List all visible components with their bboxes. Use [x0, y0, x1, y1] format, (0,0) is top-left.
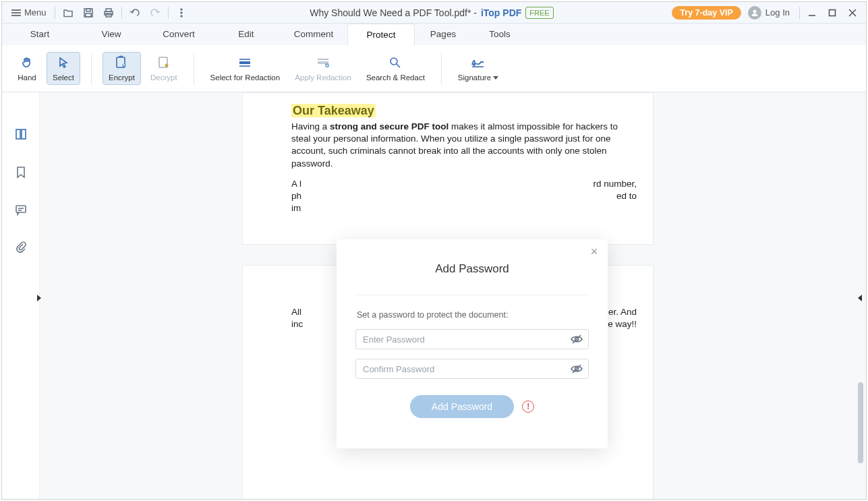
login-label: Log In — [765, 7, 790, 18]
filename: Why Should We Need a PDF Tool.pdf* - — [310, 7, 477, 18]
open-file-icon[interactable] — [58, 4, 78, 22]
chevron-down-icon — [493, 76, 498, 80]
hand-tool-button[interactable]: Hand — [11, 53, 42, 84]
svg-rect-5 — [86, 13, 91, 17]
encrypt-label: Encrypt — [109, 73, 135, 82]
side-rail — [2, 92, 40, 499]
decrypt-icon — [156, 55, 171, 70]
avatar-icon — [748, 6, 761, 20]
search-redact-button[interactable]: Search & Redact — [361, 53, 430, 84]
thumbnails-icon[interactable] — [11, 125, 30, 144]
add-password-button[interactable]: Add Password — [410, 395, 514, 418]
bookmark-icon[interactable] — [11, 163, 30, 181]
doc-paragraph-1: Having a strong and secure PDF tool make… — [291, 121, 637, 170]
encrypt-button[interactable]: Encrypt — [103, 52, 141, 85]
dialog-instruction: Set a password to protect the document: — [357, 310, 589, 320]
svg-point-10 — [181, 12, 182, 13]
redo-icon — [145, 4, 165, 22]
search-redact-label: Search & Redact — [366, 73, 425, 82]
svg-point-11 — [181, 16, 182, 17]
maximize-button[interactable] — [823, 5, 842, 21]
svg-rect-14 — [830, 9, 836, 16]
hand-icon — [20, 55, 34, 70]
tab-tools[interactable]: Tools — [471, 24, 528, 45]
password-input[interactable] — [355, 329, 589, 349]
svg-rect-33 — [16, 206, 26, 212]
ribbon-protect: Hand Select Encrypt Decrypt Select for R… — [2, 45, 866, 92]
warning-icon: ! — [522, 401, 534, 413]
tab-protect[interactable]: Protect — [347, 24, 415, 46]
scrollbar[interactable] — [857, 92, 865, 499]
main-tabs: Start View Convert Edit Comment Protect … — [2, 24, 866, 45]
doc-paragraph-2: A l rd number, ph ed to im — [291, 178, 637, 215]
svg-rect-32 — [22, 129, 26, 139]
tab-start[interactable]: Start — [2, 24, 78, 45]
confirm-password-input[interactable] — [355, 359, 589, 379]
svg-rect-19 — [123, 65, 125, 66]
svg-point-21 — [165, 64, 168, 67]
search-icon — [388, 55, 402, 70]
toggle-visibility-icon[interactable] — [569, 331, 585, 347]
more-icon[interactable] — [171, 4, 192, 22]
decrypt-label: Decrypt — [150, 73, 177, 82]
select-for-redaction-button[interactable]: Select for Redaction — [205, 53, 286, 84]
signature-button[interactable]: Signature — [453, 53, 504, 84]
tab-comment[interactable]: Comment — [280, 24, 347, 45]
save-icon[interactable] — [78, 4, 98, 22]
select-label: Select — [53, 73, 74, 82]
minimize-button[interactable] — [803, 5, 821, 21]
doc-heading: Our Takeaway — [291, 104, 376, 117]
select-redaction-label: Select for Redaction — [210, 73, 281, 82]
vip-button[interactable]: Try 7-day VIP — [672, 6, 741, 20]
workspace: Our Takeaway Having a strong and secure … — [2, 92, 866, 499]
svg-point-9 — [181, 9, 182, 10]
scrollbar-thumb[interactable] — [858, 382, 863, 463]
svg-rect-31 — [16, 129, 20, 139]
menu-label: Menu — [24, 7, 47, 18]
window-title: Why Should We Need a PDF Tool.pdf* - iTo… — [192, 7, 672, 19]
tab-convert[interactable]: Convert — [145, 24, 212, 45]
svg-rect-23 — [239, 61, 250, 64]
app-name: iTop PDF — [481, 7, 521, 18]
add-password-dialog: × Add Password Set a password to protect… — [337, 239, 608, 448]
undo-icon[interactable] — [125, 4, 145, 22]
comments-icon[interactable] — [11, 200, 30, 219]
apply-redaction-label: Apply Redaction — [295, 73, 351, 82]
toggle-visibility-icon[interactable] — [569, 361, 585, 377]
titlebar: Menu Why Should We — [2, 2, 866, 24]
select-tool-button[interactable]: Select — [47, 52, 80, 85]
decrypt-button: Decrypt — [145, 53, 183, 84]
apply-redaction-button: Apply Redaction — [289, 53, 357, 84]
dialog-title: Add Password — [337, 262, 608, 276]
attachment-icon[interactable] — [11, 238, 30, 257]
encrypt-icon — [114, 55, 129, 70]
tab-edit[interactable]: Edit — [212, 24, 280, 45]
free-badge: FREE — [525, 7, 553, 19]
svg-point-28 — [390, 58, 397, 65]
svg-rect-4 — [86, 9, 90, 11]
signature-label: Signature — [458, 73, 498, 82]
hand-label: Hand — [18, 73, 36, 82]
close-button[interactable] — [843, 5, 862, 21]
redaction-select-icon — [237, 55, 252, 70]
pdf-page-1: Our Takeaway Having a strong and secure … — [242, 92, 654, 245]
login-button[interactable]: Log In — [748, 6, 790, 20]
cursor-icon — [57, 55, 70, 70]
tab-pages[interactable]: Pages — [415, 24, 471, 45]
svg-point-12 — [753, 9, 756, 13]
document-canvas[interactable]: Our Takeaway Having a strong and secure … — [40, 92, 866, 499]
menu-button[interactable]: Menu — [6, 5, 52, 20]
close-icon[interactable]: × — [587, 245, 601, 259]
print-icon[interactable] — [98, 4, 119, 22]
tab-view[interactable]: View — [78, 24, 145, 45]
redaction-apply-icon — [316, 55, 330, 70]
signature-icon — [470, 55, 486, 70]
svg-line-29 — [397, 64, 400, 67]
